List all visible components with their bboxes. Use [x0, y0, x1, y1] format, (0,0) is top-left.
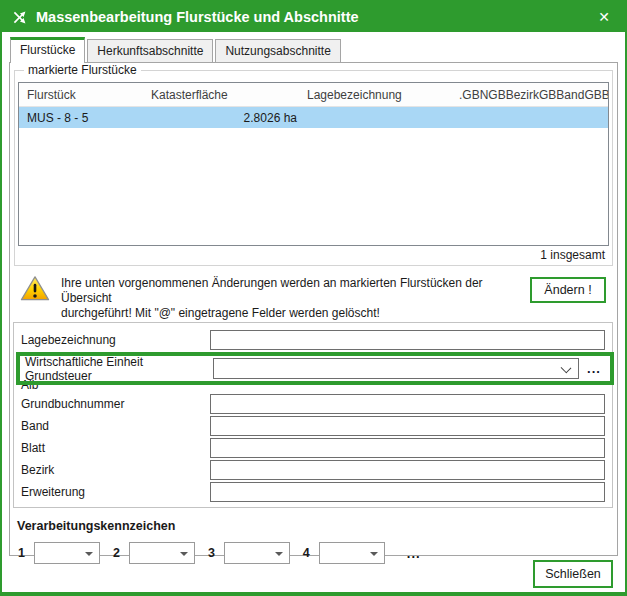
tab-page-flurstuecke: markierte Flurstücke Flurstück Katasterf… — [9, 62, 618, 556]
column-header-katasterflaeche[interactable]: Katasterfläche — [151, 88, 301, 102]
dialog-window: Massenbearbeitung Flurstücke und Abschni… — [0, 0, 627, 596]
vk-number-3: 3 — [208, 546, 215, 560]
chevron-down-icon — [561, 363, 572, 374]
dropdown-arrow-icon — [85, 552, 93, 560]
apply-changes-button[interactable]: Ändern ! — [530, 277, 606, 303]
close-dialog-button[interactable]: Schließen — [533, 560, 613, 588]
close-icon[interactable]: ✕ — [592, 2, 616, 32]
table-row-selected[interactable]: MUS - 8 - 5 2.8026 ha — [19, 107, 608, 128]
dropdown-arrow-icon — [180, 552, 188, 560]
grundbuchnummer-input[interactable] — [210, 394, 605, 414]
lagebezeichnung-input[interactable] — [210, 330, 605, 350]
erweiterung-input[interactable] — [210, 482, 605, 502]
vk-item-1: 1 — [18, 542, 100, 564]
tab-nutzungsabschnitte[interactable]: Nutzungsabschnitte — [215, 39, 340, 62]
weg-more-button[interactable]: ... — [579, 361, 609, 376]
total-count-label: 1 insgesamt — [540, 248, 605, 262]
column-header-flurstueck[interactable]: Flurstück — [19, 88, 151, 102]
tab-strip: Flurstücke Herkunftsabschnitte Nutzungsa… — [10, 37, 625, 62]
bezirk-input[interactable] — [210, 460, 605, 480]
form-row-bezirk: Bezirk — [18, 459, 612, 480]
verarbeitungskennzeichen-row: 1 2 3 4 ... — [18, 542, 614, 564]
vk-item-4: 4 — [303, 542, 385, 564]
warning-text-line2: durchgeführt! Mit "@" eingetragene Felde… — [61, 306, 519, 321]
vk-more-button[interactable]: ... — [407, 546, 421, 561]
window-title: Massenbearbeitung Flurstücke und Abschni… — [36, 9, 584, 25]
warning-text: Ihre unten vorgenommenen Änderungen werd… — [61, 274, 519, 321]
band-label: Band — [18, 419, 210, 433]
vk-number-1: 1 — [18, 546, 25, 560]
grundbuchnummer-label: Grundbuchnummer — [18, 397, 210, 411]
form-row-grundbuchnummer: Grundbuchnummer — [18, 393, 612, 414]
vk-combobox-1[interactable] — [34, 542, 100, 564]
weg-label: Wirtschaftliche Einheit Grundsteuer — [22, 355, 213, 383]
dropdown-arrow-icon — [370, 552, 378, 560]
weg-combobox[interactable] — [213, 358, 579, 379]
title-bar: Massenbearbeitung Flurstücke und Abschni… — [2, 2, 625, 32]
warning-text-line1: Ihre unten vorgenommenen Änderungen werd… — [61, 276, 519, 306]
blatt-input[interactable] — [210, 438, 605, 458]
vk-number-4: 4 — [303, 546, 310, 560]
groupbox-title: markierte Flurstücke — [24, 63, 141, 77]
tab-flurstuecke[interactable]: Flurstücke — [10, 37, 85, 63]
vk-combobox-4[interactable] — [319, 542, 385, 564]
warning-row: Ihre unten vorgenommenen Änderungen werd… — [13, 266, 614, 320]
cell-flurstueck: MUS - 8 - 5 — [19, 111, 151, 125]
vk-combobox-3[interactable] — [224, 542, 290, 564]
cell-katasterflaeche: 2.8026 ha — [151, 111, 301, 125]
parcels-table-header: Flurstück Katasterfläche Lagebezeichnung… — [19, 83, 608, 107]
dropdown-arrow-icon — [275, 552, 283, 560]
vk-combobox-2[interactable] — [129, 542, 195, 564]
erweiterung-label: Erweiterung — [18, 485, 210, 499]
form-row-band: Band — [18, 415, 612, 436]
verarbeitungskennzeichen-heading: Verarbeitungskennzeichen — [17, 519, 614, 533]
band-input[interactable] — [210, 416, 605, 436]
form-row-lagebezeichnung: Lagebezeichnung — [18, 329, 612, 350]
vk-item-3: 3 — [208, 542, 290, 564]
marked-parcels-groupbox: markierte Flurstücke Flurstück Katasterf… — [14, 70, 613, 266]
blatt-label: Blatt — [18, 441, 210, 455]
column-header-lagebezeichnung[interactable]: Lagebezeichnung — [301, 88, 459, 102]
vk-number-2: 2 — [113, 546, 120, 560]
vk-item-2: 2 — [113, 542, 195, 564]
parcels-table: Flurstück Katasterfläche Lagebezeichnung… — [18, 82, 609, 246]
crossed-arrows-app-icon — [11, 9, 28, 26]
lagebezeichnung-label: Lagebezeichnung — [18, 333, 210, 347]
bezirk-label: Bezirk — [18, 463, 210, 477]
column-header-grundbuch[interactable]: .GBNGBBezirkGBBandGBBlattGBErw — [459, 88, 608, 102]
form-panel: Lagebezeichnung Wirtschaftliche Einheit … — [13, 322, 613, 508]
form-row-erweiterung: Erweiterung — [18, 481, 612, 502]
weg-highlight-box: Wirtschaftliche Einheit Grundsteuer ... — [16, 352, 614, 385]
form-row-blatt: Blatt — [18, 437, 612, 458]
tab-herkunftsabschnitte[interactable]: Herkunftsabschnitte — [87, 39, 213, 62]
warning-icon — [20, 275, 50, 302]
